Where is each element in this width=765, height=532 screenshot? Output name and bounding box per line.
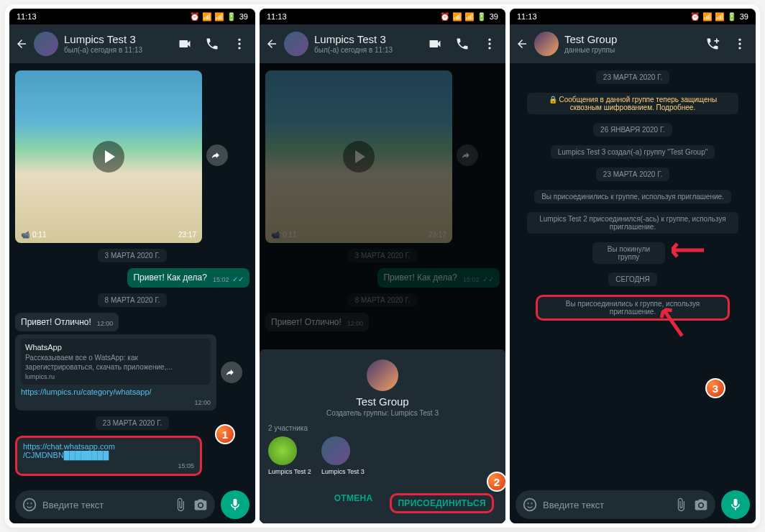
camera-icon[interactable] [193, 497, 208, 512]
clock: 11:13 [17, 12, 37, 21]
chat-name: Lumpics Test 3 [314, 33, 422, 46]
play-icon[interactable] [93, 141, 124, 173]
chat-appbar: Lumpics Test 3 был(-а) сегодня в 11:13 [9, 24, 255, 63]
chat-title-area[interactable]: Test Group данные группы [564, 33, 700, 55]
participant-list: Lumpics Test 2 Lumpics Test 3 [268, 436, 497, 476]
video-duration: 📹 0:11 [21, 231, 46, 239]
status-bar: 11:13 ⏰ 📶 📶 🔋39 [9, 9, 255, 24]
status-icons: ⏰ 📶 📶 🔋39 [190, 12, 248, 22]
forward-button[interactable] [206, 145, 228, 166]
chat-title-area[interactable]: Lumpics Test 3 был(-а) сегодня в 11:13 [64, 33, 172, 55]
chat-title-area[interactable]: Lumpics Test 3 был(-а) сегодня в 11:13 [314, 33, 422, 55]
attach-icon[interactable] [674, 497, 688, 512]
svg-point-3 [24, 499, 36, 511]
participant-count: 2 участника [268, 424, 497, 432]
date-pill: 23 МАРТА 2020 Г. [596, 70, 669, 84]
more-icon[interactable] [733, 37, 747, 51]
link-message[interactable]: WhatsApp Рассказываем все о WatsApp: как… [15, 334, 216, 411]
video-timestamp: 23:17 [178, 231, 196, 239]
system-message-left: Вы покинули группу [592, 242, 665, 264]
group-subtitle: данные группы [564, 46, 700, 55]
status-icons: ⏰ 📶 📶 🔋39 [690, 12, 748, 22]
message-input-box[interactable] [15, 490, 215, 519]
group-avatar[interactable] [534, 32, 559, 56]
phone-screen-3: 11:13 ⏰ 📶 📶 🔋39 Test Group данные группы… [510, 9, 756, 523]
participant-avatar [268, 436, 297, 465]
phone-screen-2: 11:13 ⏰ 📶 📶 🔋39 Lumpics Test 3 был(-а) с… [260, 9, 505, 523]
group-name: Test Group [564, 33, 700, 46]
add-call-icon[interactable] [705, 37, 720, 51]
participant[interactable]: Lumpics Test 2 [268, 436, 311, 476]
svg-point-12 [738, 47, 741, 49]
link-preview-title: WhatsApp [25, 343, 206, 352]
video-call-icon[interactable] [428, 37, 442, 51]
voice-call-icon[interactable] [455, 37, 469, 51]
group-avatar [367, 359, 398, 391]
clock: 11:13 [517, 12, 537, 21]
group-messages: 23 МАРТА 2020 Г. 🔒 Сообщения в данной гр… [510, 63, 756, 486]
svg-point-7 [488, 39, 490, 41]
message-input[interactable] [543, 500, 668, 510]
group-creator: Создатель группы: Lumpics Test 3 [268, 409, 497, 417]
back-icon[interactable] [516, 37, 528, 50]
participant[interactable]: Lumpics Test 3 [321, 436, 365, 476]
input-bar [9, 486, 255, 523]
mic-button[interactable] [221, 490, 249, 519]
join-button[interactable]: ПРИСОЕДИНИТЬСЯ [390, 493, 494, 513]
link-url[interactable]: https://lumpics.ru/category/whatsapp/ [21, 387, 211, 396]
step-marker-1: 1 [215, 424, 235, 444]
system-message: Вы присоединились к группе, используя пр… [534, 190, 731, 203]
status-bar: 11:13 ⏰ 📶 📶 🔋39 [260, 9, 505, 24]
camera-icon[interactable] [694, 497, 708, 512]
step-marker-2: 2 [487, 472, 505, 492]
encryption-notice[interactable]: 🔒 Сообщения в данной группе теперь защищ… [527, 93, 738, 114]
svg-point-13 [524, 499, 536, 511]
message-input[interactable] [42, 500, 168, 510]
date-pill: 23 МАРТА 2020 Г. [596, 168, 669, 181]
video-message[interactable]: 📹 0:11 23:17 [15, 70, 202, 243]
link-preview-domain: lumpics.ru [25, 373, 206, 380]
svg-point-4 [27, 503, 29, 504]
emoji-icon[interactable] [22, 497, 37, 512]
svg-point-8 [488, 42, 490, 45]
invite-link[interactable]: https://chat.whatsapp.com/CJMDNBN███████… [23, 442, 194, 459]
message-input-box[interactable] [516, 490, 715, 519]
join-group-sheet: Test Group Создатель группы: Lumpics Tes… [260, 349, 505, 523]
svg-point-0 [238, 39, 240, 41]
svg-point-6 [199, 503, 203, 507]
mic-button[interactable] [721, 490, 750, 519]
system-message: Lumpics Test 3 создал(-а) группу "Test G… [551, 145, 715, 159]
more-icon[interactable] [232, 37, 247, 51]
group-appbar: Test Group данные группы [510, 24, 756, 63]
svg-point-5 [31, 503, 32, 504]
more-icon[interactable] [482, 37, 497, 51]
back-icon[interactable] [15, 37, 28, 50]
attach-icon[interactable] [173, 497, 188, 512]
svg-point-10 [738, 39, 741, 41]
last-seen: был(-а) сегодня в 11:13 [64, 46, 172, 55]
clock: 11:13 [267, 12, 287, 21]
forward-button[interactable] [221, 362, 242, 383]
voice-call-icon[interactable] [205, 37, 219, 51]
date-pill: 3 МАРТА 2020 Г. [98, 249, 168, 262]
svg-point-15 [531, 503, 533, 504]
date-pill: 23 МАРТА 2020 Г. [96, 416, 169, 430]
date-pill: 26 ЯНВАРЯ 2020 Г. [593, 123, 672, 137]
system-message-joined: Вы присоединились к группе, используя пр… [536, 295, 730, 321]
incoming-message[interactable]: Привет! Отлично!12:00 [15, 313, 119, 331]
outgoing-message[interactable]: Привет! Как дела? 15:02 ✓✓ [127, 268, 249, 288]
svg-point-9 [488, 47, 490, 49]
emoji-icon[interactable] [523, 497, 537, 512]
back-icon[interactable] [265, 37, 278, 50]
avatar[interactable] [34, 32, 58, 56]
chat-name: Lumpics Test 3 [64, 33, 172, 46]
last-seen: был(-а) сегодня в 11:13 [314, 46, 422, 55]
status-bar: 11:13 ⏰ 📶 📶 🔋39 [510, 9, 756, 24]
invite-link-message[interactable]: https://chat.whatsapp.com/CJMDNBN███████… [15, 436, 202, 476]
video-call-icon[interactable] [178, 37, 192, 51]
date-pill: 8 МАРТА 2020 Г. [98, 293, 168, 307]
avatar[interactable] [284, 32, 308, 56]
cancel-button[interactable]: ОТМЕНА [334, 493, 373, 513]
arrow-indicator [672, 239, 715, 261]
step-marker-3: 3 [705, 378, 725, 398]
